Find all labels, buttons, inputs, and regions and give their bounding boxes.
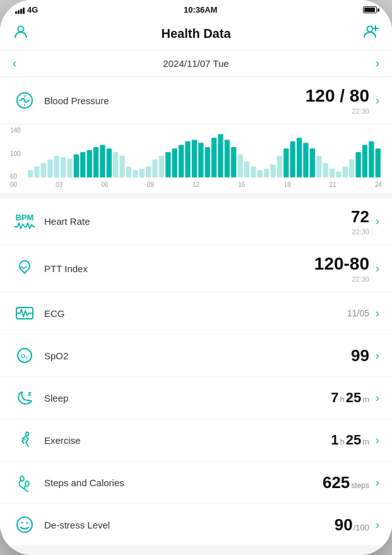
exercise-chevron[interactable]: › bbox=[376, 434, 379, 447]
svg-rect-41 bbox=[258, 170, 263, 177]
page-title: Health Data bbox=[161, 27, 230, 41]
svg-rect-21 bbox=[126, 167, 131, 177]
sleep-m-unit: m bbox=[362, 395, 369, 404]
spo2-row[interactable]: O 2 SpO2 99 › bbox=[0, 335, 392, 377]
spo2-icon: O 2 bbox=[13, 343, 37, 367]
svg-point-68 bbox=[21, 522, 23, 524]
ecg-chevron[interactable]: › bbox=[376, 307, 379, 320]
spo2-chevron[interactable]: › bbox=[376, 349, 379, 362]
chart-y-labels: 140 100 60 bbox=[10, 127, 21, 180]
svg-rect-28 bbox=[172, 148, 177, 177]
ptt-chevron[interactable]: › bbox=[376, 262, 379, 275]
steps-label: Steps and Calories bbox=[44, 477, 323, 488]
app-header: Health Data bbox=[0, 17, 392, 51]
hr-time: 22:30 bbox=[351, 228, 369, 236]
prev-date-button[interactable]: ‹ bbox=[13, 57, 16, 70]
battery-icon bbox=[363, 6, 377, 13]
blood-pressure-section: Blood Pressure 120 / 80 22:30 › 140 100 … bbox=[0, 77, 392, 193]
svg-rect-32 bbox=[198, 143, 203, 177]
heart-rate-label: Heart Rate bbox=[44, 216, 351, 227]
sleep-chevron[interactable]: › bbox=[376, 391, 379, 405]
svg-rect-54 bbox=[343, 167, 348, 177]
y-label-140: 140 bbox=[10, 127, 21, 134]
steps-row[interactable]: Steps and Calories 625 steps › bbox=[0, 462, 392, 504]
svg-rect-10 bbox=[54, 156, 59, 177]
svg-rect-15 bbox=[87, 150, 92, 177]
ptt-row[interactable]: PTT Index 120-80 22:30 › bbox=[0, 245, 392, 292]
sleep-label: Sleep bbox=[44, 393, 331, 403]
exercise-m-unit: m bbox=[362, 437, 369, 446]
blood-pressure-icon bbox=[13, 88, 37, 112]
spo2-value: 99 bbox=[351, 346, 369, 366]
svg-point-1 bbox=[367, 27, 373, 32]
status-right bbox=[363, 6, 377, 13]
heart-rate-row[interactable]: BPM Heart Rate 72 22:30 › bbox=[0, 198, 392, 245]
sleep-hours: 7 bbox=[331, 390, 338, 406]
svg-rect-51 bbox=[323, 163, 328, 177]
svg-rect-9 bbox=[47, 159, 52, 177]
svg-rect-34 bbox=[211, 138, 217, 177]
ecg-icon bbox=[13, 301, 37, 325]
destress-chevron[interactable]: › bbox=[376, 518, 379, 532]
svg-rect-19 bbox=[113, 152, 118, 177]
blood-pressure-chevron[interactable]: › bbox=[376, 94, 379, 107]
steps-value: 625 steps bbox=[323, 473, 369, 492]
svg-text:2: 2 bbox=[25, 355, 28, 360]
svg-rect-37 bbox=[231, 147, 236, 177]
bpm-icon: BPM bbox=[13, 210, 37, 234]
destress-icon bbox=[13, 513, 37, 537]
status-left: 4G bbox=[15, 5, 38, 15]
svg-rect-47 bbox=[297, 138, 302, 177]
ecg-label: ECG bbox=[44, 308, 347, 319]
svg-rect-49 bbox=[310, 148, 315, 177]
ptt-reading: 120-80 bbox=[314, 254, 369, 273]
x-label-06: 06 bbox=[101, 181, 108, 188]
exercise-row[interactable]: Exercise 1 h 25 m › bbox=[0, 419, 392, 462]
svg-rect-23 bbox=[140, 169, 145, 177]
destress-reading: 90 bbox=[335, 515, 353, 535]
exercise-label: Exercise bbox=[44, 435, 331, 446]
svg-rect-30 bbox=[185, 141, 190, 177]
svg-rect-22 bbox=[133, 170, 138, 177]
svg-point-67 bbox=[17, 517, 32, 532]
x-label-09: 09 bbox=[147, 181, 154, 188]
phone-frame: 4G 10:36AM Health Data ‹ bbox=[0, 0, 392, 555]
svg-rect-18 bbox=[107, 148, 112, 177]
svg-rect-7 bbox=[34, 167, 39, 177]
ecg-row[interactable]: ECG 11/05 › bbox=[0, 292, 392, 335]
blood-pressure-row[interactable]: Blood Pressure 120 / 80 22:30 › bbox=[0, 77, 392, 124]
ptt-value: 120-80 22:30 bbox=[314, 254, 369, 283]
bp-chart-svg bbox=[28, 127, 382, 177]
svg-rect-55 bbox=[349, 159, 354, 177]
svg-rect-36 bbox=[225, 140, 230, 177]
current-date: 2024/11/07 Tue bbox=[163, 58, 229, 69]
destress-row[interactable]: De-stress Level 90 /100 › bbox=[0, 504, 392, 546]
add-person-icon[interactable] bbox=[363, 23, 379, 44]
svg-point-64 bbox=[26, 433, 29, 436]
svg-rect-33 bbox=[205, 147, 210, 177]
svg-rect-48 bbox=[303, 143, 308, 177]
svg-rect-6 bbox=[28, 170, 33, 177]
hr-reading: 72 bbox=[351, 207, 369, 226]
steps-count: 625 bbox=[323, 473, 350, 492]
x-label-21: 21 bbox=[330, 181, 336, 188]
x-label-00: 00 bbox=[10, 181, 17, 188]
sleep-row[interactable]: Sleep 7 h 25 m › bbox=[0, 377, 392, 419]
person-icon[interactable] bbox=[13, 23, 29, 44]
network-type: 4G bbox=[27, 5, 38, 15]
svg-rect-58 bbox=[369, 141, 374, 177]
svg-rect-26 bbox=[159, 156, 164, 177]
next-date-button[interactable]: › bbox=[376, 57, 379, 70]
chart-x-labels: 00 03 06 09 12 15 18 21 24 bbox=[10, 181, 382, 188]
svg-rect-57 bbox=[362, 145, 367, 177]
heart-rate-chevron[interactable]: › bbox=[376, 215, 379, 228]
steps-chevron[interactable]: › bbox=[376, 476, 379, 489]
svg-text:O: O bbox=[21, 353, 25, 359]
svg-rect-31 bbox=[192, 140, 197, 177]
destress-unit: /100 bbox=[353, 523, 369, 532]
svg-rect-12 bbox=[67, 158, 72, 177]
destress-label: De-stress Level bbox=[44, 520, 335, 530]
svg-rect-38 bbox=[237, 154, 242, 177]
svg-rect-25 bbox=[152, 159, 157, 177]
svg-rect-11 bbox=[61, 157, 66, 177]
